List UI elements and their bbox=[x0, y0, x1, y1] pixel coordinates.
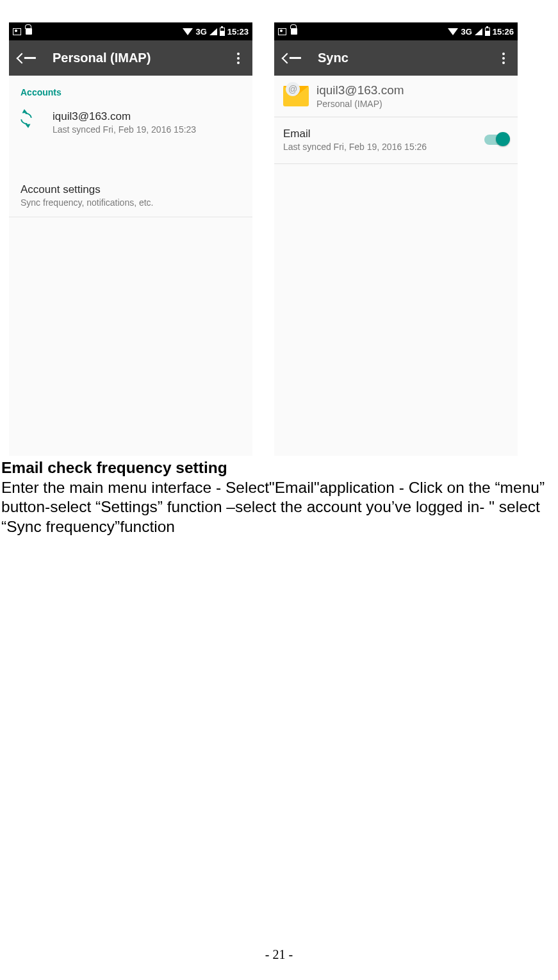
signal-icon bbox=[475, 28, 482, 35]
email-app-icon: @ bbox=[283, 86, 309, 106]
sync-item-last-synced: Last synced Fri, Feb 19, 2016 15:26 bbox=[283, 142, 484, 152]
image-notification-icon bbox=[13, 28, 21, 35]
status-bar: 3G 15:26 bbox=[274, 22, 518, 40]
account-header-row[interactable]: @ iquil3@163.com Personal (IMAP) bbox=[274, 76, 518, 117]
document-page: 3G 15:23 Personal (IMAP) Accounts bbox=[0, 0, 558, 968]
app-bar: Personal (IMAP) bbox=[9, 40, 252, 76]
account-email: iquil3@163.com bbox=[316, 83, 404, 97]
account-settings-subtitle: Sync frequency, notifications, etc. bbox=[21, 197, 241, 208]
section-heading: Email check frequency setting bbox=[1, 459, 227, 476]
dot-icon bbox=[237, 57, 240, 60]
screen-content: Accounts iquil3@163.com Last synced Fri,… bbox=[9, 76, 252, 456]
overflow-menu-button[interactable] bbox=[229, 53, 247, 64]
clock: 15:23 bbox=[227, 27, 249, 37]
account-email: iquil3@163.com bbox=[53, 110, 241, 123]
accounts-section-header: Accounts bbox=[9, 76, 252, 104]
lock-icon bbox=[291, 28, 297, 35]
phone-screenshot-right: 3G 15:26 Sync bbox=[274, 22, 518, 456]
dot-icon bbox=[502, 53, 505, 55]
page-number: - 21 - bbox=[0, 537, 558, 968]
section-paragraph: Enter the main menu interface - Select"E… bbox=[1, 479, 545, 535]
app-bar: Sync bbox=[274, 40, 518, 76]
status-bar: 3G 15:23 bbox=[9, 22, 252, 40]
arrow-left-icon bbox=[282, 53, 293, 63]
account-settings-row[interactable]: Account settings Sync frequency, notific… bbox=[9, 147, 252, 217]
phone-screenshot-left: 3G 15:23 Personal (IMAP) Accounts bbox=[9, 22, 252, 456]
back-button[interactable] bbox=[283, 54, 304, 62]
account-settings-title: Account settings bbox=[21, 183, 241, 196]
network-label: 3G bbox=[461, 27, 472, 37]
sync-toggle[interactable] bbox=[484, 135, 509, 145]
account-row[interactable]: iquil3@163.com Last synced Fri, Feb 19, … bbox=[9, 104, 252, 147]
app-bar-title: Sync bbox=[318, 51, 349, 65]
back-button[interactable] bbox=[18, 54, 38, 62]
lock-icon bbox=[26, 28, 32, 35]
wifi-icon bbox=[183, 28, 193, 35]
battery-icon bbox=[485, 28, 490, 36]
wifi-icon bbox=[448, 28, 458, 35]
screen-content: @ iquil3@163.com Personal (IMAP) Email L… bbox=[274, 76, 518, 456]
screenshot-row: 3G 15:23 Personal (IMAP) Accounts bbox=[0, 22, 558, 456]
dot-icon bbox=[502, 62, 505, 64]
app-bar-title: Personal (IMAP) bbox=[53, 51, 151, 65]
sync-icon bbox=[18, 110, 34, 126]
document-body-text: Email check frequency setting Enter the … bbox=[0, 456, 558, 537]
account-last-synced: Last synced Fri, Feb 19, 2016 15:23 bbox=[53, 124, 241, 135]
dot-icon bbox=[237, 53, 240, 55]
overflow-menu-button[interactable] bbox=[495, 53, 513, 64]
image-notification-icon bbox=[278, 28, 286, 35]
sync-item-title: Email bbox=[283, 128, 484, 140]
dot-icon bbox=[237, 62, 240, 64]
dot-icon bbox=[502, 57, 505, 60]
network-label: 3G bbox=[195, 27, 206, 37]
email-sync-row[interactable]: Email Last synced Fri, Feb 19, 2016 15:2… bbox=[274, 117, 518, 164]
arrow-left-icon bbox=[17, 53, 28, 63]
account-type: Personal (IMAP) bbox=[316, 99, 404, 109]
signal-icon bbox=[209, 28, 217, 35]
battery-icon bbox=[220, 28, 225, 36]
clock: 15:26 bbox=[493, 27, 514, 37]
